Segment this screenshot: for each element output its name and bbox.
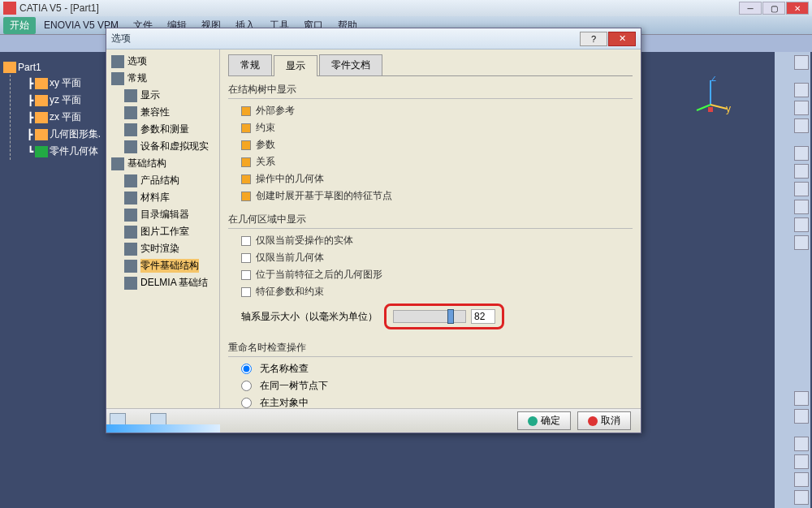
param-icon: [124, 123, 137, 136]
ok-button[interactable]: 确定: [517, 411, 571, 430]
folder-icon: [111, 72, 124, 85]
options-icon: [111, 55, 124, 68]
slider-thumb[interactable]: [447, 309, 454, 324]
tool-icon[interactable]: [794, 490, 809, 505]
nav-render[interactable]: 实时渲染: [123, 240, 216, 257]
opt-only-operated[interactable]: 仅限当前受操作的实体: [228, 232, 633, 249]
tree-partbody[interactable]: ┗零件几何体: [25, 143, 101, 160]
tab-partdoc[interactable]: 零件文档: [319, 54, 382, 75]
nav-infra[interactable]: 基础结构: [110, 155, 216, 172]
checkbox-icon: [241, 192, 251, 201]
cancel-button[interactable]: 取消: [577, 411, 631, 430]
tool-icon[interactable]: [794, 55, 809, 70]
opt-external-ref[interactable]: 外部参考: [228, 102, 633, 119]
close-button[interactable]: ✕: [786, 2, 809, 15]
radio-input[interactable]: [241, 398, 252, 408]
group-geom-display: 在几何区域中显示 仅限当前受操作的实体 仅限当前几何体 位于当前特征之后的几何图…: [228, 211, 633, 333]
opt-body-in-work[interactable]: 操作中的几何体: [228, 170, 633, 187]
workspace: Part1 ┣xy 平面 ┣yz 平面 ┣zx 平面 ┣几何图形集. ┗零件几何…: [0, 52, 812, 508]
nav-delmia[interactable]: DELMIA 基础结: [123, 274, 216, 291]
dialog-help-button[interactable]: ?: [580, 32, 607, 46]
ok-icon: [528, 416, 538, 426]
axis-size-value[interactable]: 82: [471, 309, 495, 324]
checkbox-icon: [241, 253, 251, 263]
body-icon: [35, 146, 48, 157]
opt-constraint[interactable]: 约束: [228, 119, 633, 136]
plane-icon: [35, 95, 48, 106]
tool-icon[interactable]: [794, 182, 809, 196]
device-icon: [124, 140, 137, 153]
delmia-icon: [124, 277, 137, 290]
radio-input[interactable]: [241, 364, 252, 374]
tool-icon[interactable]: [794, 200, 809, 214]
radio-input[interactable]: [241, 381, 252, 391]
render-icon: [124, 243, 137, 256]
nav-compat[interactable]: 兼容性: [123, 104, 216, 121]
product-icon: [124, 174, 137, 187]
tool-icon[interactable]: [794, 409, 809, 424]
radio-no-check[interactable]: 无名称检查: [228, 360, 633, 377]
folder-icon: [111, 157, 124, 170]
nav-photo[interactable]: 图片工作室: [123, 223, 216, 240]
opt-feature-params[interactable]: 特征参数和约束: [228, 283, 633, 300]
dialog-title: 选项: [111, 32, 580, 45]
tool-icon[interactable]: [794, 454, 809, 469]
window-title: CATIA V5 - [Part1]: [19, 2, 739, 14]
tab-display[interactable]: 显示: [274, 55, 317, 76]
minimize-button[interactable]: ─: [739, 2, 762, 15]
tool-icon[interactable]: [794, 101, 809, 115]
nav-part-infra[interactable]: 零件基础结构: [123, 257, 216, 274]
nav-device[interactable]: 设备和虚拟现实: [123, 138, 216, 155]
group-tree-display: 在结构树中显示 外部参考 约束 参数 关系 操作中的几何体 创建时展开基于草图的…: [228, 81, 633, 204]
tree-root[interactable]: Part1: [3, 60, 101, 75]
right-toolbar-2: [775, 52, 793, 508]
tree-yz-plane[interactable]: ┣yz 平面: [25, 92, 101, 109]
dialog-nav: 选项 常规 显示 兼容性 参数和测量 设备和虚拟现实 基础结构 产品结构 材料库…: [106, 50, 220, 408]
tree-root-label: Part1: [18, 62, 41, 73]
opt-after-feature[interactable]: 位于当前特征之后的几何图形: [228, 266, 633, 283]
opt-relation[interactable]: 关系: [228, 153, 633, 170]
nav-param[interactable]: 参数和测量: [123, 121, 216, 138]
dialog-titlebar: 选项 ? ✕: [106, 28, 641, 50]
photo-icon: [124, 226, 137, 239]
nav-product[interactable]: 产品结构: [123, 172, 216, 189]
tool-icon[interactable]: [794, 164, 809, 179]
nav-options-root[interactable]: 选项: [110, 53, 216, 70]
tool-icon[interactable]: [794, 472, 809, 487]
tool-icon[interactable]: [794, 437, 809, 451]
nav-material[interactable]: 材料库: [123, 189, 216, 206]
nav-display[interactable]: 显示: [123, 87, 216, 104]
radio-main-obj[interactable]: 在主对象中: [228, 394, 633, 411]
decorative-gradient: [106, 424, 220, 433]
opt-param[interactable]: 参数: [228, 136, 633, 153]
tree-xy-plane[interactable]: ┣xy 平面: [25, 75, 101, 92]
opt-only-current[interactable]: 仅限当前几何体: [228, 249, 633, 266]
tree-zx-plane[interactable]: ┣zx 平面: [25, 109, 101, 126]
checkbox-icon: [241, 270, 251, 280]
tool-icon[interactable]: [794, 118, 809, 133]
axis-size-highlight: 82: [384, 304, 504, 329]
opt-expand-sketch[interactable]: 创建时展开基于草图的特征节点: [228, 187, 633, 204]
axis-size-slider[interactable]: [393, 310, 466, 323]
tool-icon[interactable]: [794, 83, 809, 97]
right-toolbar-1: [793, 52, 810, 508]
nav-catalog[interactable]: 目录编辑器: [123, 206, 216, 223]
checkbox-icon: [241, 236, 251, 246]
checkbox-icon: [241, 140, 251, 150]
nav-general[interactable]: 常规: [110, 70, 216, 87]
axis-gizmo: z y: [690, 76, 731, 117]
start-menu[interactable]: 开始: [3, 17, 36, 34]
tree-geomset[interactable]: ┣几何图形集.: [25, 126, 101, 143]
maximize-button[interactable]: ▢: [762, 2, 785, 15]
options-dialog: 选项 ? ✕ 选项 常规 显示 兼容性 参数和测量 设备和虚拟现实 基础结构 产…: [106, 28, 641, 433]
tool-icon[interactable]: [794, 235, 809, 250]
dialog-close-button[interactable]: ✕: [608, 32, 636, 46]
group-title: 在几何区域中显示: [228, 211, 633, 229]
radio-same-node[interactable]: 在同一树节点下: [228, 377, 633, 394]
part-icon: [3, 62, 16, 73]
tool-icon[interactable]: [794, 391, 809, 406]
tool-icon[interactable]: [794, 217, 809, 232]
tool-icon[interactable]: [794, 146, 809, 161]
tab-general[interactable]: 常规: [228, 54, 272, 75]
spec-tree: Part1 ┣xy 平面 ┣yz 平面 ┣zx 平面 ┣几何图形集. ┗零件几何…: [3, 60, 101, 160]
